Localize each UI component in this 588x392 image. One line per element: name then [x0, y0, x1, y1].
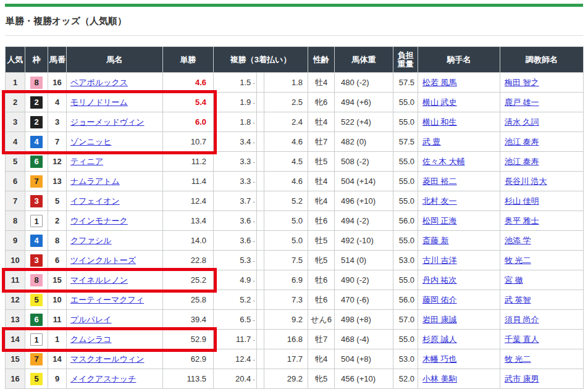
sex-age-cell: 牡6	[308, 290, 335, 310]
trainer-link[interactable]: 長谷川 浩大	[505, 177, 547, 186]
horse-name-link[interactable]: ジョーメッドヴィン	[70, 117, 144, 127]
jockey-link[interactable]: 小林 美駒	[422, 374, 457, 383]
frame-cell: 3	[25, 191, 48, 211]
trainer-link[interactable]: 池江 泰寿	[505, 137, 539, 146]
place-odds-high-cell: 16.8	[264, 330, 308, 349]
horse-name-link[interactable]: メイクアスナッチ	[70, 374, 136, 383]
jockey-link[interactable]: 岩田 康誠	[422, 315, 457, 324]
place-odds-low-value: 20.4	[235, 374, 251, 383]
place-odds-low-value: 3.3	[240, 177, 251, 186]
jockey-link[interactable]: 北村 友一	[422, 196, 457, 206]
horse-weight-cell: 494 (-2)	[335, 211, 393, 231]
jockey-link[interactable]: 菱田 裕二	[422, 177, 457, 186]
jockey-link[interactable]: 武 豊	[422, 137, 441, 146]
frame-cell: 5	[25, 369, 48, 389]
table-row: 1816ペアポルックス4.61.5-1.8牡4480 (-2)57.5松若 風馬…	[6, 73, 584, 93]
frame-number-badge: 7	[30, 175, 43, 188]
trainer-link[interactable]: 池添 学	[505, 236, 531, 245]
place-odds-divider-cell	[257, 73, 264, 93]
rank-cell: 13	[6, 310, 25, 330]
jockey-link[interactable]: 古川 吉洋	[422, 256, 457, 265]
horse-name-cell: マイネルレノン	[67, 270, 163, 290]
horse-name-link[interactable]: ゾンニッヒ	[70, 137, 112, 146]
horse-name-link[interactable]: モリノドリーム	[70, 98, 128, 107]
horse-name-link[interactable]: イフェイオン	[70, 196, 120, 206]
horse-name-link[interactable]: ナムラアトム	[70, 177, 120, 186]
horse-number-cell: 10	[48, 290, 67, 310]
trainer-link[interactable]: 杉山 佳明	[505, 196, 539, 206]
win-odds-cell: 6.0	[163, 112, 214, 132]
place-odds-low-value: 1.9	[240, 98, 251, 107]
jockey-link[interactable]: 木幡 巧也	[422, 354, 457, 364]
horse-number-cell: 8	[48, 231, 67, 251]
trainer-link[interactable]: 鹿戸 雄一	[505, 98, 539, 107]
place-odds-low-value: 5.3	[240, 256, 251, 265]
trainer-link[interactable]: 須貝 尚介	[505, 315, 539, 324]
jockey-link[interactable]: 斎藤 新	[422, 236, 449, 245]
horse-name-link[interactable]: マスクオールウィン	[70, 354, 144, 364]
horse-name-link[interactable]: ウインモナーク	[70, 216, 128, 225]
trainer-link[interactable]: 奥平 雅士	[505, 216, 539, 225]
trainer-cell: 鹿戸 雄一	[500, 93, 584, 112]
place-odds-low-value: 4.9	[240, 275, 251, 285]
table-row: 5612ティニア11.23.3-4.5牡5508 (-2)55.0佐々木 大輔池…	[6, 152, 584, 172]
jockey-cell: 松若 風馬	[418, 73, 500, 93]
jockey-link[interactable]: 横山 和生	[422, 117, 457, 127]
frame-number-badge: 2	[30, 116, 43, 128]
horse-number-cell: 11	[48, 310, 67, 330]
horse-name-link[interactable]: クムシラコ	[70, 335, 112, 344]
horse-name-link[interactable]: プルパレイ	[70, 315, 112, 324]
jockey-link[interactable]: 藤岡 佑介	[422, 295, 457, 304]
place-odds-high-cell: 29.2	[264, 369, 308, 389]
frame-cell: 8	[25, 73, 48, 93]
frame-cell: 4	[25, 132, 48, 152]
rank-cell: 8	[6, 211, 25, 231]
jockey-link[interactable]: 松若 風馬	[422, 78, 457, 87]
table-row: 948クファシル14.03.6-5.0牡5492 (-10)55.0斎藤 新池添…	[6, 231, 584, 251]
place-odds-high-cell: 4.5	[264, 152, 308, 172]
place-odds-low-cell: 3.6-	[214, 211, 257, 231]
place-odds-high-cell: 4.6	[264, 132, 308, 152]
jockey-cell: 杉原 誠人	[418, 330, 500, 349]
trainer-link[interactable]: 梅田 智之	[505, 78, 539, 87]
horse-number-cell: 9	[48, 369, 67, 389]
horse-name-link[interactable]: エーティーマクフィ	[70, 295, 144, 304]
sex-age-cell: 牡5	[308, 152, 335, 172]
sex-age-cell: 牡4	[308, 172, 335, 191]
trainer-link[interactable]: 武市 康男	[505, 374, 539, 383]
horse-number-cell: 14	[48, 349, 67, 369]
jockey-link[interactable]: 横山 武史	[422, 98, 457, 107]
trainer-link[interactable]: 千葉 直人	[505, 335, 539, 344]
jockey-link[interactable]: 佐々木 大輔	[422, 157, 465, 166]
jockey-link[interactable]: 松岡 正海	[422, 216, 457, 225]
horse-name-link[interactable]: ペアポルックス	[70, 78, 128, 87]
horse-name-link[interactable]: ツインクルトーズ	[70, 256, 136, 265]
trainer-link[interactable]: 宮 徹	[505, 275, 523, 285]
frame-number-badge: 6	[30, 156, 43, 168]
trainer-link[interactable]: 牧 光二	[505, 256, 531, 265]
accent-bar	[5, 4, 583, 7]
place-odds-high-cell: 2.5	[264, 93, 308, 112]
frame-cell: 7	[25, 349, 48, 369]
horse-name-link[interactable]: マイネルレノン	[70, 275, 128, 285]
horse-name-link[interactable]: ティニア	[70, 157, 103, 166]
table-row: 323ジョーメッドヴィン6.01.8-2.4牡4522 (+4)55.0横山 和…	[6, 112, 584, 132]
jockey-cell: 佐々木 大輔	[418, 152, 500, 172]
trainer-link[interactable]: 牧 光二	[505, 354, 531, 364]
header-carried-weight: 負担 重量	[393, 47, 418, 73]
trainer-link[interactable]: 池江 泰寿	[505, 157, 539, 166]
frame-number-badge: 1	[30, 215, 43, 227]
trainer-link[interactable]: 武 英智	[505, 295, 531, 304]
horse-weight-cell: 498 (+8)	[335, 310, 393, 330]
jockey-link[interactable]: 杉原 誠人	[422, 335, 457, 344]
header-jockey: 騎手名	[418, 47, 500, 73]
place-odds-high-cell: 7.3	[264, 290, 308, 310]
jockey-link[interactable]: 丹内 祐次	[422, 275, 457, 285]
odds-table-wrapper: 人気 枠 馬番 馬名 単勝 複勝（3着払い） 性齢 馬体重 負担 重量 騎手名 …	[5, 46, 583, 389]
header-rank: 人気	[6, 47, 25, 73]
place-odds-low-cell: 5.2-	[214, 290, 257, 310]
win-odds-cell: 4.6	[163, 73, 214, 93]
header-number: 馬番	[48, 47, 67, 73]
trainer-link[interactable]: 清水 久詞	[505, 117, 539, 127]
horse-name-link[interactable]: クファシル	[70, 236, 112, 245]
